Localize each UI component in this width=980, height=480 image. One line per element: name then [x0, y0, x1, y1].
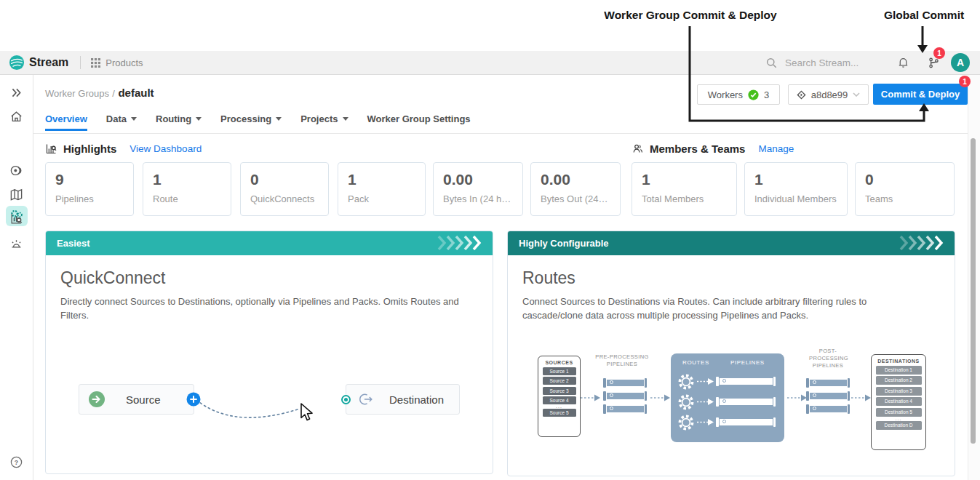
commit-deploy-button[interactable]: Commit & Deploy: [873, 84, 968, 105]
diagram-arrow: [581, 393, 601, 402]
stat-card-pipelines: 9Pipelines: [45, 162, 134, 216]
source-button[interactable]: Source: [79, 384, 194, 415]
left-sidebar: ?: [0, 74, 33, 480]
pre-pipeline: [603, 391, 647, 401]
products-grid-icon[interactable]: [91, 58, 100, 68]
top-navbar: Stream Products 1 A: [0, 51, 980, 75]
stat-card-pack: 1Pack: [338, 162, 426, 216]
workers-healthy-check-icon: [748, 89, 759, 100]
source-chip: Source 2: [543, 377, 576, 385]
quickconnect-title: QuickConnect: [60, 268, 493, 288]
routes-ribbon-label: Highly Configurable: [519, 238, 609, 249]
diagram-arrow: [650, 393, 671, 402]
pipeline: [716, 417, 776, 427]
sidebar-home-icon[interactable]: [9, 110, 23, 127]
sidebar-expand-icon[interactable]: [11, 87, 22, 100]
header-divider: [33, 133, 980, 134]
brand-title: Stream: [29, 56, 68, 69]
caret-down-icon: [131, 117, 137, 121]
pipeline: [716, 397, 776, 407]
source-label: Source: [126, 393, 161, 406]
source-chip: Source 3: [543, 387, 576, 395]
view-dashboard-link[interactable]: View Dashboard: [130, 143, 202, 154]
workers-count: 3: [764, 89, 769, 100]
destination-chip: Destination 1: [876, 366, 922, 375]
route-gear-icon: [677, 393, 696, 412]
search-input[interactable]: [784, 57, 881, 69]
destination-chip: Destination 5: [876, 408, 922, 417]
sidebar-knowledge-map-icon[interactable]: [9, 188, 23, 204]
tab-overview[interactable]: Overview: [45, 113, 87, 131]
tab-worker-group-settings[interactable]: Worker Group Settings: [367, 113, 471, 131]
members-title: Members & Teams: [650, 143, 745, 155]
tab-projects[interactable]: Projects: [300, 113, 348, 131]
breadcrumb-section[interactable]: Worker Groups: [45, 88, 109, 99]
breadcrumb-separator: /: [112, 88, 115, 99]
destination-chip: Destination 2: [876, 376, 922, 385]
people-icon: [632, 143, 644, 155]
search-icon: [766, 57, 777, 68]
pre-processing-label: PRE-PROCESSING PIPELINES: [591, 353, 653, 368]
pre-pipeline: [603, 378, 647, 388]
app-canvas: Worker Group Commit & Deploy Global Comm…: [0, 0, 980, 480]
chevron-down-icon: [853, 92, 860, 97]
avatar[interactable]: A: [951, 53, 970, 72]
caret-down-icon: [196, 117, 202, 121]
commit-deploy-label: Commit & Deploy: [881, 89, 960, 100]
routes-title: Routes: [522, 268, 955, 288]
quickconnect-card: Easiest QuickConnect Directly connect So…: [45, 231, 493, 474]
stat-card-individual-members: 1Individual Members: [744, 162, 848, 216]
destination-chip: Destination 3: [876, 387, 922, 396]
workers-label: Workers: [708, 89, 743, 100]
routes-ribbon: Highly Configurable: [508, 231, 955, 255]
route-gear-icon: [677, 372, 696, 391]
stat-card-total-members: 1Total Members: [632, 162, 737, 216]
mouse-cursor: [298, 402, 314, 423]
source-chip: Source 5: [543, 409, 576, 417]
stat-card-teams: 0Teams: [855, 162, 955, 216]
routes-description: Connect Sources to Destinations via Rout…: [522, 295, 901, 323]
svg-text:?: ?: [15, 459, 18, 466]
commit-deploy-badge: 1: [959, 76, 971, 87]
commit-diamond-icon: [797, 90, 806, 100]
divider: [80, 56, 81, 69]
route-gear-icon: [677, 413, 696, 432]
stat-card-route: 1Route: [143, 162, 231, 216]
diagram-sources-box: SOURCES Source 1 Source 2 Source 3 Sourc…: [538, 356, 581, 437]
post-processing-label: POST-PROCESSING PIPELINES: [809, 348, 847, 369]
breadcrumb: Worker Groups / default: [45, 87, 154, 100]
sidebar-data-icon[interactable]: [9, 164, 23, 180]
connection-dotted-path: [191, 393, 307, 428]
sidebar-monitoring-icon[interactable]: [9, 212, 23, 228]
diagram-routes-pipelines-box: ROUTES PIPELINES: [671, 353, 784, 442]
manage-link[interactable]: Manage: [758, 143, 794, 154]
destination-label: Destination: [389, 393, 444, 406]
source-chip: Source 1: [543, 367, 576, 375]
sidebar-notifications-icon[interactable]: [9, 237, 23, 254]
products-menu[interactable]: Products: [105, 57, 143, 68]
post-pipeline: [806, 378, 850, 388]
global-commit-branch-icon[interactable]: 1: [923, 52, 944, 73]
tab-data[interactable]: Data: [106, 113, 137, 131]
diagram-arrow: [787, 393, 808, 402]
help-icon[interactable]: ?: [9, 455, 23, 472]
chevrons-icon: [437, 236, 484, 250]
scrollbar-thumb[interactable]: [971, 138, 976, 444]
highlights-title: Highlights: [63, 143, 116, 155]
chevrons-icon: [899, 236, 946, 250]
caret-down-icon: [276, 117, 282, 121]
commit-id-select[interactable]: a8d8e99: [788, 84, 869, 105]
destination-chip: Destination 4: [876, 397, 922, 406]
pipeline: [716, 377, 776, 386]
add-connection-plus-icon[interactable]: [186, 392, 201, 407]
tab-processing[interactable]: Processing: [220, 113, 282, 131]
notifications-bell-icon[interactable]: [893, 52, 913, 73]
destination-button[interactable]: Destination: [346, 384, 460, 415]
source-in-arrow-icon: [88, 391, 105, 408]
tab-routing[interactable]: Routing: [156, 113, 202, 131]
workers-status-chip[interactable]: Workers 3: [697, 84, 780, 105]
pre-pipeline: [603, 404, 647, 414]
caret-down-icon: [343, 117, 348, 121]
diagram-arrow: [851, 393, 872, 402]
global-commit-badge: 1: [933, 47, 945, 59]
